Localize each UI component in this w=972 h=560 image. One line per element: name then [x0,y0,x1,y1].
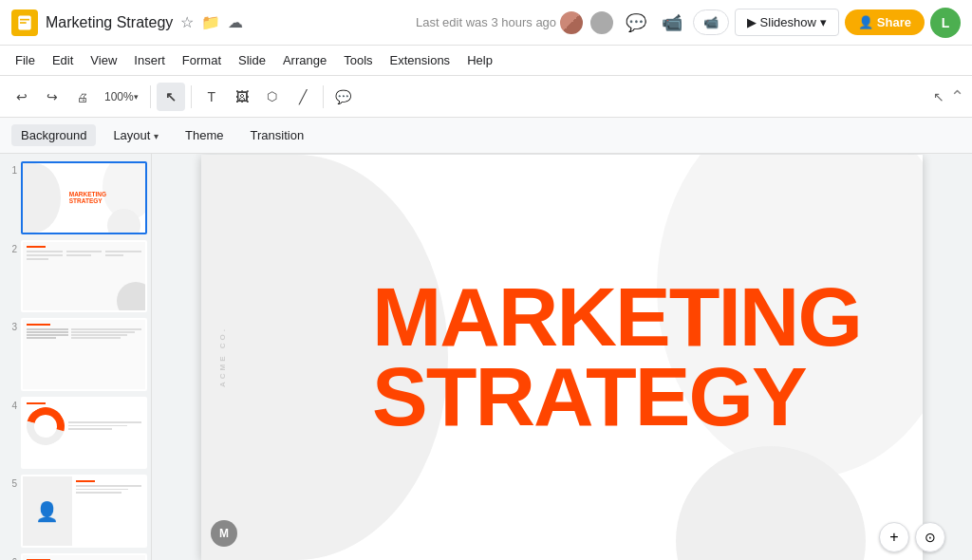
star-icon[interactable]: ☆ [180,13,194,31]
bottom-right-controls: + ⊙ [879,522,945,552]
menu-slide[interactable]: Slide [231,49,273,71]
meet-icon-symbol: 📹 [703,15,719,29]
slide-thumbnail-4[interactable] [21,397,147,470]
comment-button[interactable]: 💬 [329,83,358,111]
slideshow-dropdown-icon[interactable]: ▾ [820,15,827,29]
menu-extensions[interactable]: Extensions [383,49,458,71]
badge-letter: M [219,527,229,540]
play-icon: ▶ [747,15,757,29]
toolbar: 100% ▾ T 🖼 ⬡ ╱ 💬 ↖ ⌃ [0,76,972,118]
slide-number-2: 2 [4,244,17,254]
meet-button[interactable]: 📹 [693,9,729,35]
slide-number-1: 1 [4,165,17,176]
redo-button[interactable] [38,83,66,111]
svg-rect-2 [20,22,27,24]
zoom-in-button[interactable]: ⊙ [915,522,945,552]
transition-button[interactable]: Transition [241,124,314,146]
menu-file[interactable]: File [8,49,43,71]
zoom-button[interactable]: 100% ▾ [99,83,144,111]
acme-label: ACME CO. [218,327,227,387]
slide-thumbnail-3[interactable] [21,318,147,391]
menu-help[interactable]: Help [459,49,500,71]
header-right: 💬 📹 📹 ▶ Slideshow ▾ 👤 Share L [558,8,961,38]
list-item[interactable]: 1 MARKETINGSTRATEGY [4,161,147,234]
slide-badge-m: M [211,520,237,547]
main-area: 1 MARKETINGSTRATEGY 2 [0,154,972,560]
menu-view[interactable]: View [83,49,124,71]
format-bar: Background Layout ▾ Theme Transition [0,118,972,154]
menu-format[interactable]: Format [175,49,229,71]
print-button[interactable] [68,83,97,111]
slide-thumbnail-6[interactable] [21,553,147,560]
editor-area: ACME CO. MARKETING STRATEGY M + ⊙ [152,154,972,560]
user-avatar[interactable]: L [930,8,961,38]
slideshow-label: Slideshow [760,15,816,29]
layout-dropdown-icon: ▾ [154,131,159,141]
layout-button[interactable]: Layout ▾ [103,124,168,146]
line-button[interactable]: ╱ [289,83,317,111]
share-icon: 👤 [858,15,873,29]
slide-main-title: MARKETING STRATEGY [372,277,861,436]
list-item[interactable]: 4 [4,397,147,470]
list-item[interactable]: 3 [4,318,147,391]
share-label: Share [877,15,911,29]
slide-number-3: 3 [4,322,17,332]
last-edit-status: Last edit was 3 hours ago [416,15,556,29]
list-item[interactable]: 5 👤 [4,475,147,548]
slide-thumbnail-2[interactable] [21,240,147,313]
add-slide-button[interactable]: + [879,522,909,552]
slide-panel: 1 MARKETINGSTRATEGY 2 [0,154,152,560]
title-bar: Marketing Strategy ☆ 📁 ☁ Last edit was 3… [0,0,972,46]
list-item[interactable]: 6 [4,553,147,560]
menu-insert[interactable]: Insert [126,49,173,71]
theme-button[interactable]: Theme [176,124,233,146]
slide-number-4: 4 [4,401,17,411]
layout-label: Layout [113,128,150,142]
collaborator-avatar-2 [589,9,615,36]
app-icon [11,9,38,36]
menu-bar: File Edit View Insert Format Slide Arran… [0,46,972,76]
menu-tools[interactable]: Tools [336,49,380,71]
title-left: Marketing Strategy ☆ 📁 ☁ [11,9,243,36]
shape-button[interactable]: ⬡ [258,83,287,111]
textbox-button[interactable]: T [197,83,226,111]
user-avatars [558,9,615,36]
collaborator-avatar-1 [558,9,585,36]
slide-number-5: 5 [4,478,17,489]
toolbar-separator-1 [150,85,151,108]
slide-title-line1: MARKETING [372,277,861,357]
slideshow-button[interactable]: ▶ Slideshow ▾ [735,9,839,36]
share-button[interactable]: 👤 Share [845,9,925,35]
select-cursor-button[interactable] [157,83,185,111]
folder-icon[interactable]: 📁 [201,13,220,31]
chat-icon[interactable]: 💬 [621,8,651,38]
cursor-indicator: ↖ [933,89,944,104]
image-button[interactable]: 🖼 [228,83,256,111]
list-item[interactable]: 2 [4,240,147,313]
toolbar-separator-2 [191,85,192,108]
menu-edit[interactable]: Edit [45,49,81,71]
collapse-top-bar[interactable]: ⌃ [950,86,964,107]
slide-thumbnail-5[interactable]: 👤 [21,475,147,548]
slide-thumbnail-1[interactable]: MARKETINGSTRATEGY [21,161,147,234]
background-button[interactable]: Background [11,124,96,146]
meet-icon[interactable]: 📹 [657,8,687,38]
slide-canvas[interactable]: ACME CO. MARKETING STRATEGY M [201,155,923,560]
document-title: Marketing Strategy [46,14,173,31]
svg-rect-1 [20,18,29,20]
menu-arrange[interactable]: Arrange [275,49,334,71]
undo-button[interactable] [8,83,36,111]
toolbar-separator-3 [323,85,324,108]
cloud-icon[interactable]: ☁ [228,13,243,31]
slide-title-line2: STRATEGY [372,357,861,437]
last-edit-text: Last edit was 3 hours ago [416,15,556,29]
